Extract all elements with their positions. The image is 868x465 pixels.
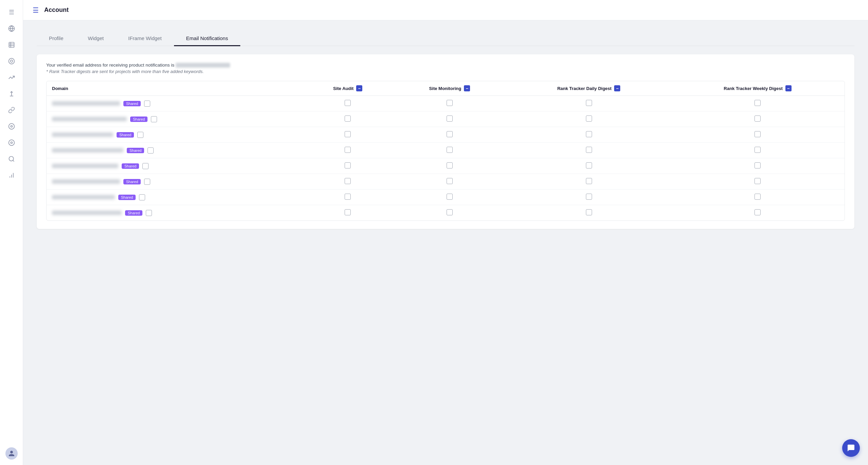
rank-daily-cell (507, 190, 671, 205)
rank-daily-checkbox[interactable] (586, 178, 592, 184)
site-monitoring-checkbox[interactable] (447, 100, 453, 106)
site-audit-cell (303, 96, 393, 111)
notifications-table-wrapper[interactable]: Domain Site Audit − Site Monitoring (46, 81, 845, 221)
shared-badge: Shared (130, 117, 147, 122)
topbar-menu-icon[interactable]: ☰ (33, 6, 39, 14)
rank-weekly-checkbox[interactable] (754, 209, 761, 215)
rank-weekly-checkbox[interactable] (754, 194, 761, 200)
site-audit-checkbox[interactable] (345, 147, 351, 153)
tab-email-notifications[interactable]: Email Notifications (174, 31, 240, 46)
rank-daily-checkbox[interactable] (586, 115, 592, 122)
globe-icon[interactable] (5, 22, 18, 35)
rank-weekly-checkbox[interactable] (754, 178, 761, 184)
chat-fab[interactable] (842, 439, 860, 457)
domain-checkbox[interactable] (142, 163, 149, 169)
svg-point-10 (8, 124, 14, 129)
site-audit-checkbox[interactable] (345, 178, 351, 184)
trend-icon[interactable] (5, 71, 18, 84)
rank-weekly-toggle[interactable]: − (785, 85, 792, 91)
domain-cell: Shared (47, 158, 303, 174)
site-monitoring-checkbox[interactable] (447, 178, 453, 184)
table-row: Shared (47, 190, 845, 205)
shared-badge: Shared (122, 163, 139, 169)
rank-icon[interactable] (5, 87, 18, 101)
email-notifications-panel: Your verified email address for receivin… (37, 54, 854, 229)
site-monitoring-checkbox[interactable] (447, 147, 453, 153)
site-monitoring-checkbox[interactable] (447, 115, 453, 122)
domain-cell: Shared (47, 190, 303, 205)
domain-checkbox[interactable] (151, 116, 157, 122)
site-audit-checkbox[interactable] (345, 100, 351, 106)
settings-icon[interactable] (5, 136, 18, 149)
rank-daily-checkbox[interactable] (586, 131, 592, 137)
domain-cell: Shared (47, 205, 303, 221)
rank-daily-checkbox[interactable] (586, 100, 592, 106)
site-audit-checkbox[interactable] (345, 194, 351, 200)
bar-chart-icon[interactable] (5, 168, 18, 182)
domain-blur (52, 148, 123, 153)
email-notice: Your verified email address for receivin… (46, 62, 845, 68)
shared-badge: Shared (123, 179, 141, 184)
site-audit-checkbox[interactable] (345, 209, 351, 215)
site-audit-checkbox[interactable] (345, 115, 351, 122)
domain-cell: Shared (47, 96, 303, 111)
rank-daily-checkbox[interactable] (586, 147, 592, 153)
link-icon[interactable] (5, 103, 18, 117)
rank-weekly-checkbox[interactable] (754, 115, 761, 122)
shared-badge: Shared (123, 101, 141, 106)
domain-blur (52, 164, 118, 168)
tab-iframe-widget[interactable]: IFrame Widget (116, 31, 174, 46)
domain-checkbox[interactable] (147, 147, 154, 154)
site-audit-cell (303, 190, 393, 205)
notifications-table: Domain Site Audit − Site Monitoring (47, 81, 845, 220)
site-monitoring-cell (392, 205, 507, 221)
shared-badge: Shared (118, 195, 136, 200)
svg-point-12 (8, 140, 14, 146)
site-monitoring-cell (392, 111, 507, 127)
user-avatar[interactable] (5, 447, 18, 460)
table-row: Shared (47, 127, 845, 143)
search-doc-icon[interactable] (5, 152, 18, 166)
domain-checkbox[interactable] (146, 210, 152, 216)
tab-widget[interactable]: Widget (76, 31, 116, 46)
table-icon[interactable] (5, 38, 18, 52)
rank-daily-checkbox[interactable] (586, 162, 592, 168)
rank-weekly-checkbox[interactable] (754, 162, 761, 168)
site-monitoring-cell (392, 127, 507, 143)
domain-checkbox[interactable] (139, 194, 145, 200)
site-audit-toggle[interactable]: − (356, 85, 362, 91)
site-monitoring-checkbox[interactable] (447, 131, 453, 137)
menu-icon[interactable]: ☰ (5, 5, 18, 19)
domain-cell: Shared (47, 127, 303, 143)
rank-daily-cell (507, 127, 671, 143)
domain-cell: Shared (47, 111, 303, 127)
site-audit-cell (303, 174, 393, 190)
rank-daily-toggle[interactable]: − (614, 85, 620, 91)
rank-weekly-checkbox[interactable] (754, 100, 761, 106)
site-monitoring-toggle[interactable]: − (464, 85, 470, 91)
site-audit-checkbox[interactable] (345, 131, 351, 137)
domain-blur (52, 195, 115, 199)
col-rank-daily: Rank Tracker Daily Digest − (507, 81, 671, 96)
svg-line-15 (13, 160, 14, 162)
domain-blur (52, 117, 127, 121)
site-monitoring-checkbox[interactable] (447, 162, 453, 168)
svg-point-14 (9, 157, 13, 161)
location-icon[interactable] (5, 120, 18, 133)
domain-checkbox[interactable] (137, 132, 143, 138)
domain-checkbox[interactable] (144, 101, 150, 107)
domain-blur (52, 211, 122, 215)
domain-checkbox[interactable] (144, 179, 150, 185)
rank-weekly-checkbox[interactable] (754, 147, 761, 153)
site-monitoring-checkbox[interactable] (447, 209, 453, 215)
site-audit-checkbox[interactable] (345, 162, 351, 168)
site-monitoring-checkbox[interactable] (447, 194, 453, 200)
rank-weekly-cell (671, 111, 845, 127)
tab-profile[interactable]: Profile (37, 31, 76, 46)
rank-daily-checkbox[interactable] (586, 194, 592, 200)
rank-daily-checkbox[interactable] (586, 209, 592, 215)
site-audit-cell (303, 127, 393, 143)
topbar: ☰ Account (23, 0, 868, 20)
donut-icon[interactable] (5, 54, 18, 68)
rank-weekly-checkbox[interactable] (754, 131, 761, 137)
